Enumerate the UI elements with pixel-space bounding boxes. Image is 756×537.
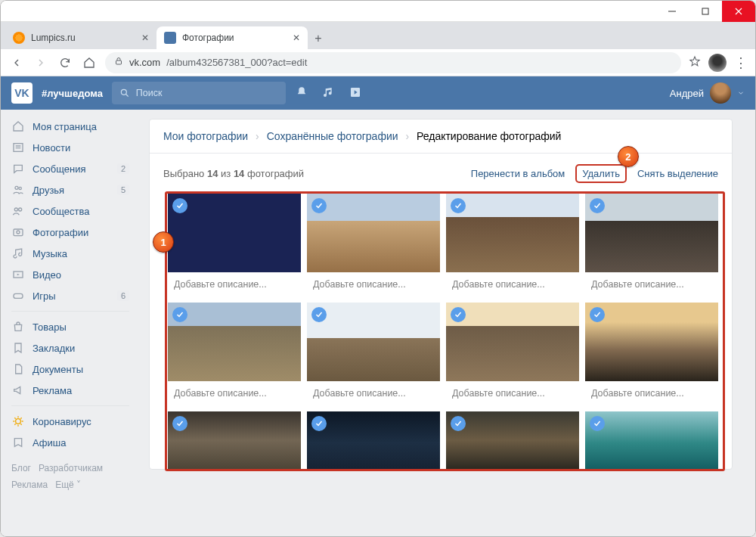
photo-item[interactable]: Добавьте описание... [446, 303, 579, 405]
checkmark-icon[interactable] [172, 307, 187, 322]
checkmark-icon[interactable] [311, 198, 327, 213]
reload-button[interactable] [57, 54, 73, 71]
checkmark-icon[interactable] [311, 416, 327, 431]
music-icon[interactable] [322, 86, 340, 101]
sidebar-item-photos[interactable]: Фотографии [11, 222, 137, 243]
photo-thumbnail[interactable] [585, 303, 718, 381]
footer-link[interactable]: Ещё ˅ [55, 480, 81, 490]
checkmark-icon[interactable] [172, 416, 187, 431]
caption-input[interactable]: Добавьте описание... [446, 272, 579, 296]
photo-item[interactable]: Добавьте описание... [168, 303, 301, 405]
caption-input[interactable]: Добавьте описание... [168, 381, 301, 405]
sidebar-item-label: Закладки [33, 343, 137, 354]
sidebar-item-label: Игры [33, 290, 110, 302]
checkmark-icon[interactable] [590, 416, 605, 431]
breadcrumb-link[interactable]: Сохранённые фотографии [267, 130, 398, 142]
sidebar-item-ads[interactable]: Реклама [11, 380, 137, 401]
checkmark-icon[interactable] [590, 198, 605, 213]
sidebar-item-docs[interactable]: Документы [11, 359, 137, 380]
caption-input[interactable]: Добавьте описание... [446, 381, 579, 405]
delete-button[interactable]: Удалить [582, 168, 620, 179]
sidebar-item-home[interactable]: Моя страница [11, 116, 137, 137]
close-icon[interactable]: ✕ [293, 33, 300, 43]
header-hashtag[interactable]: #лучшедома [42, 88, 103, 99]
checkmark-icon[interactable] [451, 198, 466, 213]
photo-item[interactable] [446, 411, 579, 469]
sidebar-item-label: Реклама [33, 385, 137, 396]
sidebar-item-market[interactable]: Товары [11, 316, 137, 337]
sidebar-footer: Блог Разработчикам Реклама Ещё ˅ [11, 461, 137, 493]
home-button[interactable] [81, 54, 98, 71]
photo-thumbnail[interactable] [446, 303, 579, 381]
deselect-button[interactable]: Снять выделение [637, 168, 718, 179]
photo-item[interactable] [585, 411, 718, 469]
bookmark-icon[interactable] [689, 55, 701, 70]
breadcrumb: Мои фотографии › Сохранённые фотографии … [150, 120, 732, 154]
photo-thumbnail[interactable] [168, 194, 301, 272]
window-close[interactable] [722, 1, 755, 22]
caption-input[interactable]: Добавьте описание... [307, 272, 440, 296]
svg-point-13 [16, 419, 21, 424]
browser-tab[interactable]: Фотографии ✕ [156, 26, 308, 49]
caption-input[interactable]: Добавьте описание... [307, 381, 440, 405]
search-input[interactable]: Поиск [112, 82, 286, 104]
footer-link[interactable]: Реклама [11, 480, 48, 490]
photo-grid-area: 1 Добавьте описание...Добавьте описание.… [159, 194, 723, 469]
sidebar-item-games[interactable]: Игры6 [11, 285, 137, 306]
checkmark-icon[interactable] [451, 416, 466, 431]
footer-link[interactable]: Разработчикам [39, 463, 103, 473]
checkmark-icon[interactable] [311, 307, 327, 322]
footer-link[interactable]: Блог [11, 463, 31, 473]
caption-input[interactable]: Добавьте описание... [585, 272, 718, 296]
photo-thumbnail[interactable] [168, 411, 301, 469]
sidebar-item-bookmark[interactable]: Закладки [11, 337, 137, 359]
photo-item[interactable]: Добавьте описание... [585, 303, 718, 405]
browser-menu-icon[interactable]: ⋮ [734, 60, 748, 66]
profile-avatar-icon[interactable] [708, 54, 727, 72]
window-maximize[interactable] [689, 1, 722, 22]
sidebar-item-news[interactable]: Новости [11, 137, 137, 158]
notifications-icon[interactable] [295, 85, 313, 101]
photo-thumbnail[interactable] [307, 303, 440, 381]
caption-input[interactable]: Добавьте описание... [585, 381, 718, 405]
checkmark-icon[interactable] [172, 198, 187, 213]
browser-tab[interactable]: Lumpics.ru ✕ [5, 26, 156, 49]
selection-bar: Выбрано 14 из 14 фотографий Перенести в … [150, 154, 732, 194]
checkmark-icon[interactable] [451, 307, 466, 322]
checkmark-icon[interactable] [590, 307, 605, 322]
photo-item[interactable]: Добавьте описание... [307, 194, 440, 296]
vk-logo-icon[interactable]: VK [11, 82, 33, 104]
new-tab-button[interactable]: + [308, 28, 329, 49]
sidebar-item-video[interactable]: Видео [11, 264, 137, 285]
breadcrumb-link[interactable]: Мои фотографии [163, 130, 248, 142]
photo-thumbnail[interactable] [585, 411, 718, 469]
sidebar-item-covid[interactable]: Коронавирус [11, 411, 137, 432]
photo-item[interactable] [307, 411, 440, 469]
user-menu[interactable]: Андрей [670, 82, 745, 104]
sidebar-item-messages[interactable]: Сообщения2 [11, 158, 137, 179]
photo-thumbnail[interactable] [446, 194, 579, 272]
photo-item[interactable]: Добавьте описание... [446, 194, 579, 296]
play-icon[interactable] [349, 86, 367, 101]
sidebar-item-afisha[interactable]: Афиша [11, 432, 137, 453]
photo-thumbnail[interactable] [307, 194, 440, 272]
forward-button[interactable] [33, 54, 49, 71]
move-to-album-button[interactable]: Перенести в альбом [471, 168, 565, 179]
photo-item[interactable]: Добавьте описание... [307, 303, 440, 405]
sidebar-item-friends[interactable]: Друзья5 [11, 179, 137, 200]
caption-input[interactable]: Добавьте описание... [168, 272, 301, 296]
photo-item[interactable] [168, 411, 301, 469]
back-button[interactable] [8, 54, 25, 71]
sidebar-item-groups[interactable]: Сообщества [11, 200, 137, 222]
photo-thumbnail[interactable] [307, 411, 440, 469]
close-icon[interactable]: ✕ [141, 33, 149, 43]
sidebar-item-music[interactable]: Музыка [11, 243, 137, 264]
window-minimize[interactable] [655, 1, 689, 22]
photo-item[interactable]: Добавьте описание... [168, 194, 301, 296]
photo-thumbnail[interactable] [585, 194, 718, 272]
photo-thumbnail[interactable] [446, 411, 579, 469]
photo-item[interactable]: Добавьте описание... [585, 194, 718, 296]
photo-thumbnail[interactable] [168, 303, 301, 381]
url-input[interactable]: vk.com/album432567381_000?act=edit [105, 52, 681, 73]
news-icon [11, 141, 25, 154]
